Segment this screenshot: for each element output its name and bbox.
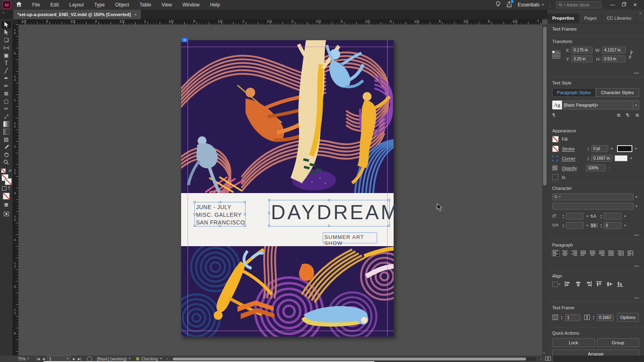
adobe-stock-search[interactable]: ▾ Adobe Stock (556, 1, 601, 8)
justify-center-icon[interactable] (589, 250, 596, 256)
gap-tool[interactable] (2, 44, 11, 51)
fill-swatch[interactable] (552, 136, 559, 142)
style-dropdown-chevron[interactable]: ▾ (633, 100, 639, 110)
selection-handle[interactable] (194, 201, 196, 203)
eyedropper-tool[interactable] (2, 143, 11, 151)
menu-table[interactable]: Table (134, 2, 157, 8)
preflight-menu-icon[interactable] (87, 356, 92, 362)
tab-properties[interactable]: Properties (547, 14, 579, 23)
horizontal-ruler[interactable]: 1/231/221/211/201/211/221/231/241/251/26… (12, 19, 542, 25)
gutter-field[interactable]: 0.1667 (597, 314, 614, 321)
selection-handle[interactable] (388, 225, 390, 227)
align-toward-spine-icon[interactable] (617, 250, 624, 256)
stroke-style-swatch[interactable] (617, 145, 632, 152)
selection-handle[interactable] (328, 199, 330, 201)
font-style-dropdown[interactable] (552, 203, 634, 210)
gradient-feather-tool[interactable] (2, 128, 11, 136)
last-page-button[interactable]: ▶| (78, 357, 81, 361)
selection-handle[interactable] (268, 225, 270, 227)
align-horizontal-centers-icon[interactable] (575, 281, 581, 288)
hand-tool[interactable] (2, 151, 11, 158)
swap-fill-stroke-icon[interactable]: ⇄ (8, 169, 12, 173)
selection-handle[interactable] (268, 199, 270, 201)
text-frame-subtitle[interactable]: SUMMER ART SHOW (323, 232, 377, 243)
h-field[interactable]: 0.53 in (602, 56, 625, 62)
share-icon[interactable] (506, 1, 512, 8)
workspace-switcher[interactable]: Essentials ▾ (518, 2, 544, 8)
columns-stepper[interactable]: ▴▾ (559, 314, 564, 321)
tracking-stepper[interactable]: ▴▾ (599, 222, 603, 229)
pencil-tool[interactable]: ✏ (2, 82, 11, 90)
content-collector-tool[interactable]: ▣ (2, 51, 11, 59)
horizontal-scrollbar[interactable] (172, 357, 536, 361)
minimize-button[interactable]: — (607, 2, 618, 8)
postcard-artwork-top[interactable] (181, 40, 394, 193)
menu-file[interactable]: File (27, 2, 45, 8)
home-icon[interactable] (11, 2, 27, 8)
effects-fx-label[interactable]: fx. (562, 175, 583, 180)
selection-handle[interactable] (244, 201, 246, 203)
zoom-level-dropdown[interactable]: 75%▾ (18, 357, 29, 361)
postcard-artwork-bottom[interactable] (181, 246, 394, 337)
kerning-chevron[interactable]: ▾ (584, 222, 590, 229)
selection-handle[interactable] (194, 213, 196, 215)
reference-point-grid[interactable] (552, 51, 560, 59)
selection-tool[interactable] (2, 21, 11, 29)
left-dock-collapse[interactable]: » (0, 10, 13, 19)
paragraph-mark-icon[interactable]: ¶. (552, 113, 556, 117)
vertical-ruler[interactable]: 120121122123124125126 (12, 25, 19, 356)
pen-tool[interactable]: ✒ (2, 74, 11, 82)
align-bottom-edges-icon[interactable] (617, 281, 623, 288)
formatting-affects-text-icon[interactable]: T (8, 186, 10, 191)
direct-selection-tool[interactable] (2, 29, 11, 36)
selection-handle[interactable] (219, 225, 221, 227)
stroke-swatch[interactable] (552, 146, 559, 152)
stroke-label[interactable]: Stroke (562, 146, 583, 151)
x-field[interactable]: 0.175 in (572, 47, 592, 53)
preflight-profile-dropdown[interactable]: [Basic] (working)▾ (97, 357, 130, 361)
corner-radius-stepper[interactable]: ▴▾ (586, 155, 590, 162)
rectangle-tool[interactable]: ▢ (2, 97, 11, 105)
corner-radius-field[interactable]: 0.1667 in (591, 155, 612, 162)
selection-handle[interactable] (268, 212, 270, 214)
font-family-chevron[interactable]: ▾ (634, 193, 639, 200)
stroke-swatch-none[interactable] (5, 178, 12, 185)
formatting-affects-container-icon[interactable] (2, 186, 6, 191)
menu-edit[interactable]: Edit (45, 2, 64, 8)
page-tool[interactable]: ❏ (2, 36, 11, 44)
indesign-app-icon[interactable]: Id (2, 1, 11, 9)
selection-handle[interactable] (244, 213, 246, 215)
tab-cc-libraries[interactable]: CC Libraries (602, 14, 637, 23)
selection-handle[interactable] (388, 212, 390, 214)
align-more-options[interactable]: ••• (634, 296, 639, 300)
default-fill-stroke-icon[interactable] (1, 169, 6, 173)
scissors-tool[interactable]: ✂ (2, 105, 11, 113)
document-tab-close-icon[interactable]: × (134, 12, 136, 17)
font-size-field[interactable] (566, 213, 584, 220)
menu-layout[interactable]: Layout (64, 2, 89, 8)
tab-pages[interactable]: Pages (579, 14, 602, 23)
justify-left-icon[interactable] (580, 250, 587, 256)
leading-stepper[interactable]: ▴▾ (599, 213, 603, 220)
menu-type[interactable]: Type (89, 2, 110, 8)
align-vertical-centers-icon[interactable] (607, 281, 613, 288)
text-frame-dates[interactable]: JUNE - JULY MISC. GALLERY SAN FRANCISCO (194, 202, 246, 226)
align-left-icon[interactable] (552, 250, 559, 256)
paragraph-more-options[interactable]: ••• (634, 264, 639, 268)
menu-window[interactable]: Window (177, 2, 205, 8)
constrain-proportions-broken-chain-icon[interactable] (628, 50, 634, 59)
selection-handle[interactable] (328, 225, 330, 227)
stroke-weight-field[interactable]: 0 pt (591, 145, 608, 152)
tracking-chevron[interactable]: ▾ (622, 222, 628, 229)
learn-lightbulb-icon[interactable] (495, 1, 501, 8)
font-family-search[interactable]: ▾ (552, 193, 634, 200)
corner-shape-swatch[interactable] (615, 155, 627, 161)
selection-handle[interactable] (388, 199, 390, 201)
font-size-stepper[interactable]: ▴▾ (561, 213, 566, 220)
tracking-field[interactable]: 0 (604, 222, 621, 229)
margin-guide-bottom[interactable] (181, 331, 394, 331)
w-field[interactable]: 4.1317 in (602, 47, 625, 53)
selection-handle[interactable] (244, 225, 246, 227)
fill-stroke-control[interactable] (2, 174, 11, 185)
postcard-page[interactable]: JUNE - JULY MISC. GALLERY SAN FRANCISCO … (181, 40, 394, 337)
